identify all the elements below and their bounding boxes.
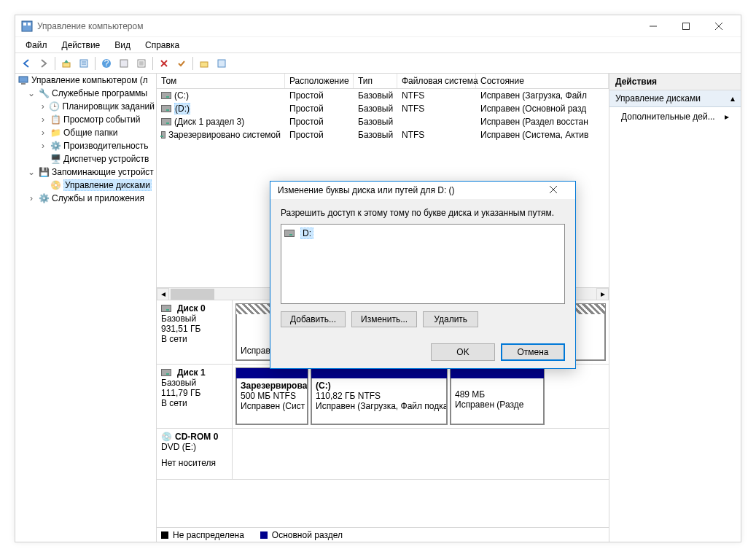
cancel-button[interactable]: Отмена [501,343,565,361]
column-type[interactable]: Тип [354,74,397,88]
scroll-right-icon[interactable]: ▸ [596,288,609,300]
scroll-left-icon[interactable]: ◂ [157,288,169,300]
actions-more-link[interactable]: Дополнительные дей... ▸ [609,107,741,126]
volume-type: Базовый [354,116,397,128]
dialog-text: Разрешить доступ к этому тому по букве д… [281,208,565,218]
tree-scheduler[interactable]: ›🕒Планировщик заданий [15,100,156,113]
volume-row[interactable]: Зарезервировано системой Простой Базовый… [157,128,609,141]
cdrom-icon: 💿 [161,432,172,442]
column-layout[interactable]: Расположение [285,74,354,88]
svg-rect-23 [21,83,26,85]
separator [95,57,96,70]
options-button[interactable] [116,55,132,71]
actions-header: Действия [609,74,741,90]
dialog-close-button[interactable] [539,185,568,195]
disk-partitions [233,429,609,479]
tree-diskmgmt[interactable]: 📀Управление дисками [15,179,156,192]
partition-body: Зарезервирова 500 МБ NTFS Исправен (Сист [236,378,308,424]
volume-row[interactable]: (D:) Простой Базовый NTFS Исправен (Осно… [157,102,609,115]
chevron-right-icon[interactable]: › [39,128,47,138]
tree-services[interactable]: ›⚙️Службы и приложения [15,192,156,205]
volume-name: (Диск 1 раздел 3) [174,117,244,127]
partition-reserved[interactable]: Зарезервирова 500 МБ NTFS Исправен (Сист [235,367,308,425]
chevron-right-icon[interactable]: › [39,114,47,125]
check-button[interactable] [174,55,190,71]
partition-recovery[interactable]: 489 МБ Исправен (Разде [450,367,545,425]
tree-root[interactable]: Управление компьютером (л [15,74,156,87]
refresh-button[interactable] [214,55,230,71]
menu-help[interactable]: Справка [139,39,185,52]
minimize-button[interactable] [636,16,669,36]
actions-panel: Действия Управление дисками ▴ Дополнител… [609,74,741,542]
volume-name: (C:) [174,90,189,101]
volume-fs: NTFS [397,129,476,141]
disk-row-1[interactable]: Диск 1 Базовый 111,79 ГБ В сети Зарезерв… [157,365,609,429]
forward-button[interactable] [36,55,52,71]
menu-file[interactable]: Файл [20,39,53,52]
partition-c[interactable]: (C:) 110,82 ГБ NTFS Исправен (Загрузка, … [311,367,448,425]
volume-status: Исправен (Раздел восстан [476,116,609,128]
column-status[interactable]: Состояние [476,74,609,88]
drive-icon [284,230,295,237]
svg-rect-21 [218,60,225,67]
tree-devices[interactable]: 🖥️Диспетчер устройств [15,152,156,165]
disk-icon: 📀 [50,179,61,191]
collapse-icon[interactable]: ▴ [730,93,735,104]
scroll-thumb[interactable] [171,289,214,300]
volume-fs: NTFS [397,103,476,114]
volume-status: Исправен (Основной разд [476,103,609,114]
svg-rect-8 [80,60,87,67]
disk-info: Диск 1 Базовый 111,79 ГБ В сети [157,365,233,428]
delete-button[interactable]: Удалить [423,311,478,327]
up-button[interactable] [58,55,74,71]
clock-icon: 🕒 [49,101,60,112]
titlebar[interactable]: Управление компьютером [15,15,741,37]
drive-icon [161,131,165,139]
tree-eventviewer[interactable]: ›📋Просмотр событий [15,113,156,126]
properties-button[interactable] [76,55,92,71]
drive-letter-list[interactable]: D: [281,224,565,304]
maximize-button[interactable] [669,16,702,36]
add-button[interactable]: Добавить... [281,311,346,327]
actions-group[interactable]: Управление дисками ▴ [609,90,741,107]
app-icon [21,20,33,32]
column-fs[interactable]: Файловая система [397,74,476,88]
help-button[interactable]: ? [98,55,114,71]
computer-icon [17,74,29,86]
disk-info: Диск 0 Базовый 931,51 ГБ В сети [157,300,233,364]
disk-partitions: Зарезервирова 500 МБ NTFS Исправен (Сист… [233,365,609,428]
disk-row-cdrom[interactable]: 💿CD-ROM 0 DVD (E:) Нет носителя [157,429,609,480]
svg-text:?: ? [104,58,109,69]
drive-letter-item[interactable]: D: [284,227,561,239]
back-button[interactable] [18,55,34,71]
ok-button[interactable]: OK [431,343,495,361]
drive-icon [161,92,171,99]
chevron-down-icon[interactable]: ⌄ [27,88,36,98]
chevron-right-icon[interactable]: › [27,193,36,203]
volume-type: Базовый [354,90,397,101]
disk-status: В сети [161,334,227,344]
toolbar: ? [15,53,741,74]
change-button[interactable]: Изменить... [351,311,417,327]
delete-button-x[interactable] [156,55,172,71]
column-tom[interactable]: Том [157,74,285,88]
tree-system-tools[interactable]: ⌄🔧Служебные программы [15,87,156,100]
tree-shared[interactable]: ›📁Общие папки [15,126,156,139]
chevron-right-icon[interactable]: › [39,141,47,151]
close-button[interactable] [702,16,735,36]
menu-view[interactable]: Вид [109,39,136,52]
list-button[interactable] [133,55,149,71]
tree-storage[interactable]: ⌄💾Запоминающие устройст [15,165,156,179]
drive-icon [161,305,171,312]
chevron-right-icon[interactable]: › [39,101,47,112]
volume-fs [397,121,476,122]
volume-row[interactable]: (C:) Простой Базовый NTFS Исправен (Загр… [157,89,609,102]
new-folder-button[interactable] [196,55,212,71]
volume-row[interactable]: (Диск 1 раздел 3) Простой Базовый Исправ… [157,115,609,128]
menu-action[interactable]: Действие [56,39,106,52]
tree-panel[interactable]: Управление компьютером (л ⌄🔧Служебные пр… [15,74,157,542]
chevron-down-icon[interactable]: ⌄ [27,167,36,177]
tree-performance[interactable]: ›⚙️Производительность [15,139,156,152]
dialog-titlebar[interactable]: Изменение буквы диска или путей для D: (… [270,182,575,199]
legend-primary: Основной раздел [272,530,343,540]
